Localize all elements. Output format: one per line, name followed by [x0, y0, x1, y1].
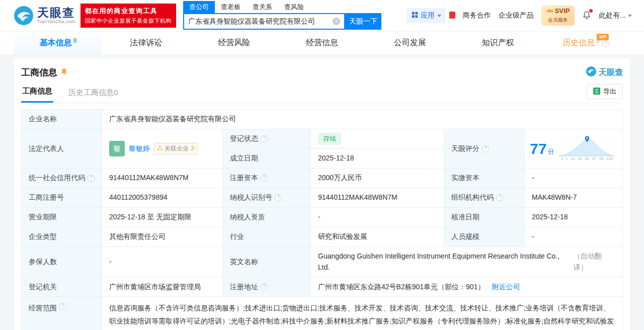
watermark-brand-name: 天眼查: [599, 67, 623, 78]
field-insured-count-value: -: [102, 247, 223, 277]
svip-sublabel: 会员服务: [548, 17, 568, 23]
field-label-text: 登记状态: [230, 133, 258, 144]
search-input[interactable]: [188, 18, 330, 26]
slogan-line2: 国家中小企业发展子基金旗下机构: [85, 17, 172, 25]
field-credit-code-value: 91440112MAK48W8N7M: [102, 169, 223, 188]
help-icon[interactable]: [275, 194, 282, 201]
help-icon[interactable]: [59, 303, 66, 310]
enterprise-products-link[interactable]: 企业级产品: [499, 11, 534, 20]
field-staff-size-label: 人员规模: [444, 227, 525, 247]
tab-count: 9: [73, 37, 77, 44]
help-icon[interactable]: [88, 175, 95, 182]
help-icon[interactable]: [261, 283, 268, 290]
tab-basic-info[interactable]: 基本信息 9: [14, 32, 102, 54]
tab-history-info[interactable]: 历史信息 3 VIP: [542, 32, 630, 54]
table-row: 法定代表人 黎 黎敏婷 关联企业 3 登记状态: [22, 129, 622, 169]
table-row: 统一社会信用代码 91440112MAK48W8N7M 注册资本 2000万人民…: [22, 169, 622, 188]
tab-company-development[interactable]: 公司发展: [366, 32, 454, 54]
tab-intellectual-property[interactable]: 知识产权: [454, 32, 542, 54]
export-excel-icon: [593, 88, 600, 96]
header-right-menu: 应用 商务合作 企业级产品 SVIP 会员服务 此处有...: [407, 6, 632, 26]
help-icon[interactable]: [496, 194, 503, 201]
network-graph-icon: [157, 144, 163, 153]
help-icon[interactable]: [261, 175, 268, 182]
tab-history-registration[interactable]: 历史工商信息0: [67, 84, 119, 103]
tab-label: 基本信息: [40, 38, 72, 48]
slogan-line1: 都在用的商业查询工具: [85, 7, 172, 16]
tab-current-registration[interactable]: 工商信息: [21, 82, 53, 103]
enterprise-products-label: 企业级产品: [499, 11, 534, 20]
table-row: 企业名称 广东省具身智能仪器装备研究院有限公司: [22, 110, 622, 129]
field-taxpayer-id-value: 91440112MAK48W8N7M: [311, 188, 444, 208]
search-tab-relation[interactable]: 查关系: [247, 1, 278, 13]
tab-operational-risk[interactable]: 经营风险: [190, 32, 278, 54]
score-distribution-chart: 0 1 15 50 65 97 99 100: [557, 135, 616, 162]
tianyancha-logo[interactable]: 天眼查 TianYanCha.com: [14, 6, 75, 25]
notification-dot: [589, 9, 593, 13]
tianyancha-logo-icon: [14, 6, 33, 25]
field-industry-label: 行业: [223, 227, 311, 247]
help-icon[interactable]: [482, 145, 489, 152]
field-establish-date-value: 2025-12-18: [311, 149, 444, 169]
field-business-term-value: 2025-12-18 至 无固定期限: [102, 208, 223, 227]
search-tab-risk[interactable]: 查风险: [278, 1, 310, 13]
tab-legal-litigation[interactable]: 法律诉讼: [102, 32, 190, 54]
export-button[interactable]: 导出: [587, 84, 623, 99]
field-reg-address-value: 广州市黄埔区东众路42号B2栋901单元（部位：901） 附近公司: [311, 277, 622, 297]
tab-label: 法律诉讼: [130, 38, 162, 48]
registration-info-table: 企业名称 广东省具身智能仪器装备研究院有限公司 法定代表人 黎 黎敏婷 关联企业…: [21, 109, 623, 330]
apps-menu[interactable]: 应用: [407, 8, 446, 23]
legal-rep-name-link[interactable]: 黎敏婷: [129, 143, 150, 154]
search-button[interactable]: 天眼一下: [345, 13, 381, 30]
field-legal-rep-value: 黎 黎敏婷 关联企业 3: [102, 129, 223, 169]
nearby-companies-link[interactable]: 附近公司: [492, 282, 520, 293]
search-area: 查公司 查老板 查关系 查风险 天眼一下: [183, 2, 381, 30]
search-box: [183, 13, 345, 30]
score-axis-ticks: 0 1 15 50 65 97 99 100: [561, 156, 613, 162]
user-name: 此处有...: [599, 11, 626, 20]
field-org-code-label: 组织机构代码: [444, 188, 525, 208]
business-coop-label: 商务合作: [463, 11, 491, 20]
search-tab-company[interactable]: 查公司: [183, 1, 215, 13]
svip-label: SVIP: [555, 7, 570, 15]
tab-business-info[interactable]: 经营信息: [278, 32, 366, 54]
field-company-name-label: 企业名称: [22, 110, 102, 129]
brand-domain: TianYanCha.com: [37, 20, 75, 25]
field-company-name-value: 广东省具身智能仪器装备研究院有限公司: [102, 110, 622, 129]
field-label-text: 天眼评分: [451, 143, 479, 154]
export-label: 导出: [603, 87, 616, 96]
notifications-bell[interactable]: [582, 11, 591, 21]
address-text: 广州市黄埔区东众路42号B2栋901单元（部位：901）: [318, 282, 485, 293]
tab-label: 经营信息: [306, 38, 338, 48]
field-company-type-label: 企业类型: [22, 227, 102, 247]
help-icon[interactable]: [261, 135, 268, 142]
promo-badge: [449, 12, 455, 19]
search-tab-boss[interactable]: 查老板: [215, 1, 247, 13]
english-name-text: Guangdong Guishen Intelligent Instrument…: [318, 251, 572, 273]
page-content: 工商信息 天眼查 工商信息 历史工商信息0 导出: [0, 54, 644, 330]
field-english-name-label: 英文名称: [223, 247, 311, 277]
help-icon[interactable]: [602, 40, 609, 47]
slogan-banner: 都在用的商业查询工具 国家中小企业发展子基金旗下机构: [80, 4, 177, 28]
watermark-logo: 天眼查: [586, 66, 623, 78]
brand-name: 天眼查: [37, 7, 75, 19]
business-coop-link[interactable]: 商务合作: [463, 11, 491, 20]
related-companies-label: 关联企业: [165, 144, 189, 153]
section-tabs: 工商信息 历史工商信息0 导出: [21, 82, 623, 103]
field-approval-date-value: 2025-12-18: [525, 208, 622, 227]
field-reg-status-label: 登记状态: [223, 129, 311, 149]
svip-badge[interactable]: SVIP 会员服务: [541, 6, 575, 26]
field-label-text: 注册地址: [230, 282, 258, 293]
field-taxpayer-id-label: 纳税人识别号: [223, 188, 311, 208]
field-credit-code-label: 统一社会信用代码: [22, 169, 102, 188]
related-companies-badge[interactable]: 关联企业 3: [154, 143, 198, 154]
chevron-down-icon: [628, 15, 632, 17]
auto-translate-note: （自动翻译）: [574, 251, 615, 273]
field-reg-capital-value: 2000万人民币: [311, 169, 444, 188]
legal-rep-avatar[interactable]: 黎: [109, 141, 125, 156]
table-row: 登记机关 广州市黄埔区市场监督管理局 注册地址 广州市黄埔区东众路42号B2栋9…: [22, 277, 622, 297]
field-legal-rep-label: 法定代表人: [22, 129, 102, 169]
user-menu[interactable]: 此处有...: [599, 11, 632, 20]
clear-icon[interactable]: [333, 18, 340, 25]
subscribe-bell-icon[interactable]: [60, 67, 68, 78]
